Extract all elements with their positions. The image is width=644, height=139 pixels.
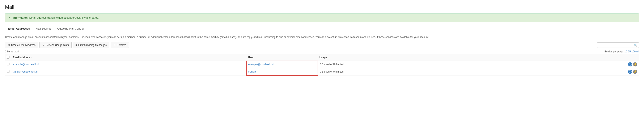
entries-10[interactable]: 10 [624,50,627,53]
check-icon: ✔ [8,16,11,20]
user-col-header: User [246,54,318,61]
table-row: transip@supporttest.nl transip 0 B used … [5,68,639,75]
refresh-icon: ↻ [42,43,44,47]
email-col-label: Email address ↑ [13,56,32,59]
search-wrapper: 🔍 [597,42,639,48]
description-text: Create and manage email accounts associa… [5,35,639,39]
user-cell-2: transip [246,68,318,75]
banner-text: Information: Email address transip@dates… [12,16,99,19]
info-icon-2[interactable]: ⓘ [628,70,632,74]
usage-cell-1: 0 B used of Unlimited [318,61,538,68]
entries-25[interactable]: 25 [628,50,630,53]
usage-col-header: Usage [318,54,538,61]
items-summary: 2 items total Entries per page: 10 25 10… [5,50,639,53]
row-checkbox-1[interactable] [7,63,10,65]
email-link-1[interactable]: example@voorbeeld.nl [13,63,38,66]
remove-button[interactable]: ✕ Remove [110,42,129,48]
actions-cell-1: ⓘ 🔑 [538,61,639,68]
search-input[interactable] [597,42,639,48]
toolbar: ⊕ Create Email Address ↻ Refresh Usage S… [5,42,639,48]
table-row: example@voorbeeld.nl example@voorbeeld.n… [5,61,639,68]
info-banner: ✔ Information: Email address transip@dat… [5,13,639,22]
usage-cell-2: 0 B used of Unlimited [318,68,538,75]
entries-per-page: Entries per page: 10 25 100 All [604,50,639,53]
table-header-row: Email address ↑ User Usage [5,54,639,61]
row-checkbox-cell-2 [5,68,11,75]
email-address-col-header[interactable]: Email address ↑ [11,54,246,61]
select-all-col [5,54,11,61]
tab-mail-settings[interactable]: Mail Settings [33,25,54,32]
page-title: Mail [5,4,639,10]
key-icon-1[interactable]: 🔑 [633,62,637,66]
email-link-2[interactable]: transip@supporttest.nl [13,70,38,73]
email-cell-2: transip@supporttest.nl [11,68,246,75]
tab-email-addresses[interactable]: Email Addresses [5,25,33,32]
remove-icon: ✕ [113,43,116,47]
remove-button-label: Remove [117,44,126,47]
email-table: Email address ↑ User Usage example@voorb… [5,54,639,76]
limit-icon: ■ [76,43,77,47]
create-email-address-button[interactable]: ⊕ Create Email Address [5,42,38,48]
items-total-text: 2 items total [5,50,19,53]
entries-100[interactable]: 100 [632,50,636,53]
actions-cell-2: ⓘ 🔑 [538,68,639,75]
plus-icon: ⊕ [8,43,10,47]
entries-all[interactable]: All [636,50,639,53]
limit-button-label: Limit Outgoing Messages [78,44,107,47]
tab-outgoing-mail-control[interactable]: Outgoing Mail Control [54,25,87,32]
user-cell-1: example@voorbeeld.nl [246,61,318,68]
search-icon: 🔍 [634,43,637,47]
select-all-checkbox[interactable] [7,56,10,58]
create-button-label: Create Email Address [11,44,36,47]
limit-outgoing-messages-button[interactable]: ■ Limit Outgoing Messages [73,42,109,48]
entries-label: Entries per page: [604,50,624,53]
key-icon-2[interactable]: 🔑 [633,70,637,74]
user-link-1[interactable]: example@voorbeeld.nl [248,63,274,66]
user-link-2[interactable]: transip [248,70,256,73]
info-icon-1[interactable]: ⓘ [628,62,632,66]
email-cell-1: example@voorbeeld.nl [11,61,246,68]
actions-col-header [538,54,639,61]
refresh-usage-stats-button[interactable]: ↻ Refresh Usage Stats [40,42,72,48]
tab-bar: Email Addresses Mail Settings Outgoing M… [5,25,639,32]
row-checkbox-2[interactable] [7,70,10,73]
row-checkbox-cell-1 [5,61,11,68]
refresh-button-label: Refresh Usage Stats [46,44,69,47]
